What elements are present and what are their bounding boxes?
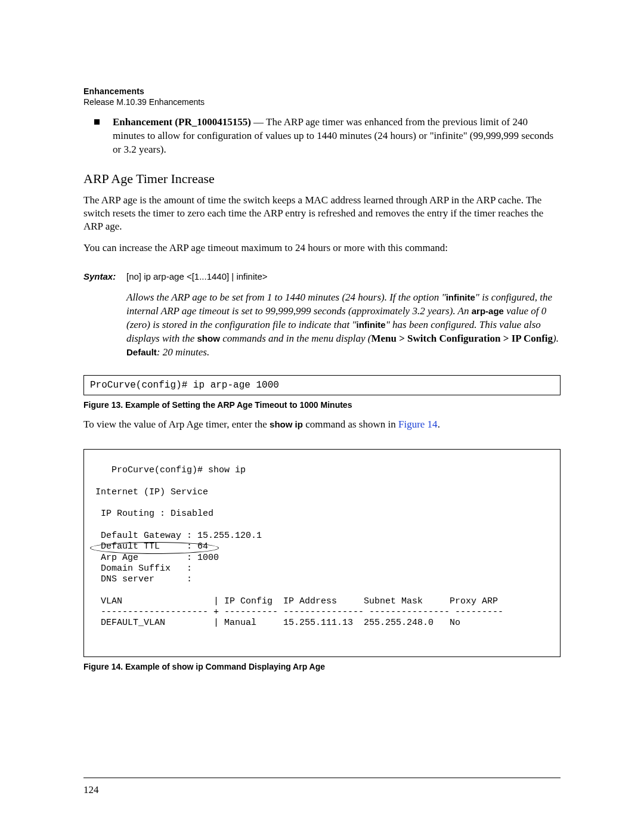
- p3-pre: To view the value of Arp Age timer, ente…: [83, 419, 270, 430]
- default-value: : 20 minutes.: [157, 346, 209, 358]
- page: Enhancements Release M.10.39 Enhancement…: [0, 0, 644, 833]
- paragraph-3: To view the value of Arp Age timer, ente…: [83, 418, 561, 431]
- paragraph-2: You can increase the ARP age timeout max…: [83, 241, 561, 255]
- bullet-text: Enhancement (PR_1000415155) — The ARP ag…: [113, 116, 561, 157]
- section-heading: ARP Age Timer Increase: [83, 171, 561, 187]
- syntax-command: [no] ip arp-age <[1...1440] | infinite>: [126, 271, 268, 281]
- enhancement-bullet: Enhancement (PR_1000415155) — The ARP ag…: [94, 116, 561, 157]
- syntax-description: Allows the ARP age to be set from 1 to 1…: [126, 291, 561, 360]
- footer-rule: [83, 778, 561, 778]
- kw-infinite: infinite: [357, 320, 386, 330]
- header-subtitle: Release M.10.39 Enhancements: [83, 97, 561, 108]
- code-content: ProCurve(config)# show ip Internet (IP) …: [90, 465, 503, 628]
- page-header: Enhancements Release M.10.39 Enhancement…: [83, 86, 561, 107]
- kw-arp-age: arp-age: [472, 306, 504, 316]
- p3-mid: command as shown in: [303, 419, 398, 430]
- p3-end: .: [438, 419, 440, 430]
- code-figure-14: ProCurve(config)# show ip Internet (IP) …: [83, 449, 561, 657]
- kw-show: show: [197, 333, 220, 343]
- syntax-label: Syntax:: [83, 271, 126, 281]
- desc-text: commands and in the menu display (: [220, 333, 371, 344]
- syntax-row: Syntax: [no] ip arp-age <[1...1440] | in…: [83, 271, 561, 281]
- desc-text: ).: [553, 333, 559, 344]
- figure-14-caption: Figure 14. Example of show ip Command Di…: [83, 662, 561, 671]
- square-bullet-icon: [94, 119, 100, 125]
- desc-text: Allows the ARP age to be set from 1 to 1…: [126, 292, 446, 303]
- syntax-block: Syntax: [no] ip arp-age <[1...1440] | in…: [83, 271, 561, 360]
- code-figure-13: ProCurve(config)# ip arp-age 1000: [83, 375, 561, 395]
- header-title: Enhancements: [83, 86, 561, 97]
- page-number: 124: [83, 784, 99, 796]
- menu-path: Menu > Switch Configuration > IP Config: [371, 333, 553, 344]
- kw-infinite: infinite: [446, 292, 475, 302]
- figure-14-link[interactable]: Figure 14: [398, 419, 438, 430]
- kw-show-ip: show ip: [270, 419, 303, 429]
- bullet-lead: Enhancement (PR_1000415155): [113, 116, 251, 128]
- figure-13-caption: Figure 13. Example of Setting the ARP Ag…: [83, 400, 561, 410]
- paragraph-1: The ARP age is the amount of time the sw…: [83, 194, 561, 233]
- default-label: Default: [126, 347, 157, 357]
